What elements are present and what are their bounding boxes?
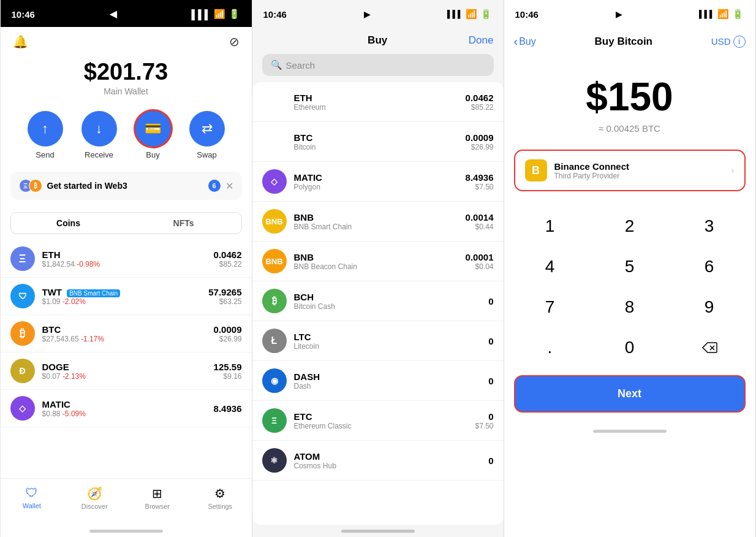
- key-7[interactable]: 7: [510, 287, 590, 327]
- key-3[interactable]: 3: [670, 206, 749, 246]
- eth-price: $1,842.54 -0.98%: [42, 260, 206, 268]
- buy-item-bnb1[interactable]: BNB BNB BNB Smart Chain 0.0014 $0.44: [252, 202, 504, 242]
- currency-label: USD: [711, 36, 731, 47]
- key-6[interactable]: 6: [670, 246, 749, 287]
- swap-button[interactable]: ⇄ Swap: [189, 111, 225, 159]
- key-0[interactable]: 0: [590, 327, 670, 368]
- buy-bch-val: 0: [488, 296, 493, 307]
- nav-discover[interactable]: 🧭 Discover: [63, 484, 126, 512]
- key-dot[interactable]: .: [510, 327, 590, 368]
- buy-item-dash[interactable]: ◉ DASH Dash 0: [252, 361, 504, 401]
- buy-atom-info: ATOM Cosmos Hub: [294, 451, 482, 470]
- home-indicator-3: [504, 425, 755, 437]
- buy-bnb2-val: 0.0001 $0.04: [466, 252, 494, 271]
- status-bar-2: 10:46 ▶ ▌▌▌ 📶 🔋: [252, 0, 504, 27]
- action-buttons: ↑ Send ↓ Receive 💳 Buy ⇄ Swap: [1, 100, 252, 166]
- eth-value: 0.0462 $85.22: [214, 249, 242, 268]
- tab-nfts[interactable]: NFTs: [126, 213, 241, 234]
- nav-settings[interactable]: ⚙ Settings: [189, 484, 252, 512]
- wifi-icon-3: 📶: [717, 9, 729, 20]
- info-icon[interactable]: i: [733, 36, 746, 48]
- next-button[interactable]: Next: [514, 375, 746, 413]
- swap-icon: ⇄: [189, 111, 225, 147]
- doge-usd: $9.16: [214, 372, 242, 381]
- buy-eth-val: 0.0462 $85.22: [466, 93, 494, 112]
- bottom-nav: 🛡 Wallet 🧭 Discover ⊞ Browser ⚙ Settings: [1, 478, 252, 525]
- done-button[interactable]: Done: [469, 34, 494, 47]
- matic-name: MATIC: [42, 399, 206, 409]
- key-9[interactable]: 9: [670, 287, 749, 327]
- provider-chevron-icon: ›: [731, 165, 734, 176]
- coin-item-doge[interactable]: Ð DOGE $0.07 -2.13% 125.59 $9.16: [1, 352, 252, 390]
- buy-item-bnb2[interactable]: BNB BNB BNB Beacon Chain 0.0001 $0.04: [252, 242, 504, 281]
- key-4[interactable]: 4: [510, 246, 590, 287]
- provider-info: Binance Connect Third Party Provider: [554, 161, 724, 180]
- buy-bnb2-amount: 0.0001: [466, 252, 494, 262]
- status-icon-loc-1: ◀: [110, 9, 117, 20]
- buy-dash-name: DASH: [294, 371, 482, 382]
- search-bar[interactable]: 🔍 Search: [262, 54, 494, 76]
- back-button[interactable]: ‹ Buy: [514, 34, 536, 48]
- buy-matic-val: 8.4936 $7.50: [466, 172, 494, 191]
- btc-amount: 0.0009: [214, 324, 242, 335]
- buy-btc-usd: $26.99: [466, 143, 494, 151]
- coin-item-matic[interactable]: ◇ MATIC $0.88 -5.09% 8.4936: [1, 390, 252, 427]
- buy-etc-val: 0 $7.50: [475, 411, 493, 430]
- receive-button[interactable]: ↓ Receive: [81, 111, 117, 159]
- send-button[interactable]: ↑ Send: [28, 111, 63, 159]
- screen-buy-list: 10:46 ▶ ▌▌▌ 📶 🔋 Buy Done 🔍 Search Ξ ETH …: [252, 0, 504, 537]
- coin-item-btc[interactable]: ₿ BTC $27,543.65 -1.17% 0.0009 $26.99: [1, 315, 252, 352]
- twt-usd: $63.25: [208, 297, 241, 306]
- currency-selector[interactable]: USD i: [711, 36, 746, 48]
- coin-info-eth: ETH $1,842.54 -0.98%: [42, 249, 206, 268]
- buy-item-bch[interactable]: ₿ BCH Bitcoin Cash 0: [252, 281, 504, 321]
- buy-ltc-name: LTC: [294, 332, 482, 342]
- notification-icon[interactable]: 🔔: [13, 34, 28, 49]
- buy-item-ltc[interactable]: Ł LTC Litecoin 0: [252, 321, 504, 361]
- buy-item-btc[interactable]: ₿ BTC Bitcoin 0.0009 $26.99: [252, 122, 504, 162]
- buy-btc-sub: Bitcoin: [294, 143, 458, 151]
- nav-wallet[interactable]: 🛡 Wallet: [1, 484, 64, 512]
- buy-item-atom[interactable]: ⚛ ATOM Cosmos Hub 0: [252, 441, 504, 481]
- status-time-1: 10:46: [12, 9, 35, 20]
- key-1[interactable]: 1: [510, 206, 590, 246]
- discover-nav-label: Discover: [81, 503, 108, 510]
- key-8[interactable]: 8: [590, 287, 670, 327]
- btc-mini-icon: ₿: [29, 179, 42, 192]
- matic-amount: 8.4936: [214, 403, 242, 414]
- buy-atom-name: ATOM: [294, 451, 482, 462]
- buy-atom-zero: 0: [488, 455, 493, 466]
- buy-bnb2-icon: BNB: [262, 249, 287, 273]
- buy-item-matic[interactable]: ◇ MATIC Polygon 8.4936 $7.50: [252, 162, 504, 202]
- key-5[interactable]: 5: [590, 246, 670, 287]
- buy-etc-name: ETC: [294, 411, 468, 422]
- buy-matic-icon: ◇: [262, 169, 287, 194]
- tab-coins[interactable]: Coins: [11, 213, 126, 234]
- top-toolbar: 🔔 ⊘: [1, 27, 252, 53]
- screen-buy-bitcoin: 10:46 ▶ ▌▌▌ 📶 🔋 ‹ Buy Buy Bitcoin USD i …: [504, 0, 756, 537]
- buy-bnb1-amount: 0.0014: [466, 212, 494, 223]
- coin-item-twt[interactable]: 🛡 TWT BNB Smart Chain $1.09 -2.02% 57.92…: [1, 278, 252, 315]
- buy-ltc-val: 0: [488, 336, 493, 346]
- status-bar-3: 10:46 ▶ ▌▌▌ 📶 🔋: [504, 0, 755, 27]
- buy-matic-name: MATIC: [294, 172, 458, 183]
- key-2[interactable]: 2: [590, 206, 670, 246]
- filter-icon[interactable]: ⊘: [229, 34, 240, 49]
- key-backspace[interactable]: [670, 327, 749, 368]
- settings-nav-icon: ⚙: [214, 486, 225, 501]
- btc-icon: ₿: [10, 321, 35, 346]
- status-time-3: 10:46: [515, 9, 539, 20]
- home-indicator-1: [1, 525, 252, 537]
- buy-button[interactable]: 💳 Buy: [135, 111, 171, 159]
- coin-info-doge: DOGE $0.07 -2.13%: [42, 362, 206, 381]
- nav-browser[interactable]: ⊞ Browser: [126, 484, 189, 512]
- buy-item-eth[interactable]: Ξ ETH Ethereum 0.0462 $85.22: [252, 82, 504, 122]
- coin-item-eth[interactable]: Ξ ETH $1,842.54 -0.98% 0.0462 $85.22: [1, 240, 252, 278]
- status-time-2: 10:46: [263, 9, 287, 20]
- discover-nav-icon: 🧭: [87, 486, 102, 501]
- web3-banner[interactable]: Ξ ₿ Get started in Web3 6 ✕: [10, 172, 242, 200]
- provider-selector[interactable]: B Binance Connect Third Party Provider ›: [514, 150, 746, 191]
- buy-item-etc[interactable]: Ξ ETC Ethereum Classic 0 $7.50: [252, 401, 504, 441]
- web3-close-icon[interactable]: ✕: [225, 180, 233, 192]
- status-icons-3: ▌▌▌ 📶 🔋: [699, 9, 744, 20]
